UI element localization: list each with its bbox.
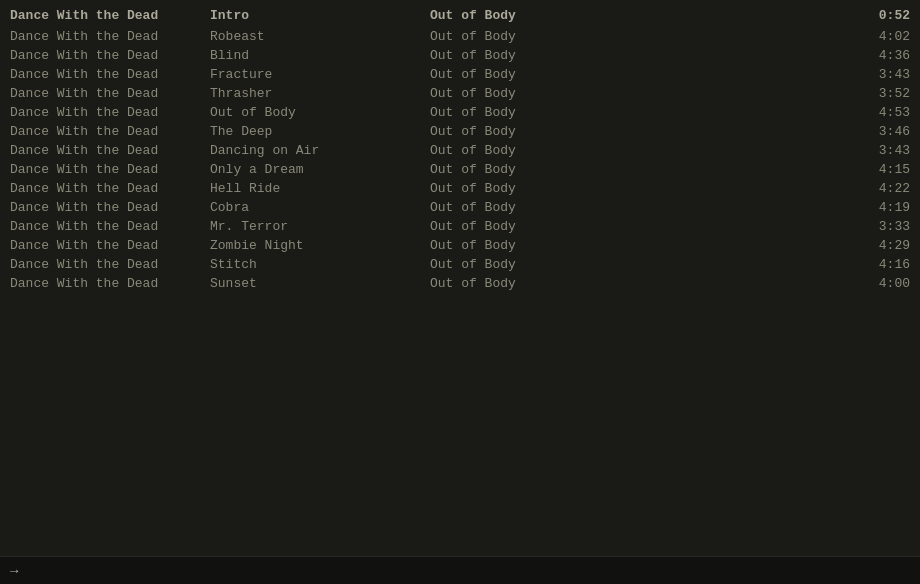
table-header: Dance With the Dead Intro Out of Body 0:… <box>0 6 920 25</box>
track-artist: Dance With the Dead <box>10 86 210 101</box>
track-album: Out of Body <box>430 162 850 177</box>
bottom-bar: → <box>0 556 920 584</box>
track-duration: 4:00 <box>850 276 910 291</box>
table-row[interactable]: Dance With the Dead Sunset Out of Body 4… <box>0 274 920 293</box>
track-duration: 4:36 <box>850 48 910 63</box>
header-duration: 0:52 <box>850 8 910 23</box>
header-album: Out of Body <box>430 8 850 23</box>
track-duration: 4:15 <box>850 162 910 177</box>
track-album: Out of Body <box>430 29 850 44</box>
track-artist: Dance With the Dead <box>10 67 210 82</box>
header-title: Intro <box>210 8 430 23</box>
track-duration: 3:33 <box>850 219 910 234</box>
track-artist: Dance With the Dead <box>10 29 210 44</box>
track-duration: 4:16 <box>850 257 910 272</box>
track-title: Robeast <box>210 29 430 44</box>
track-artist: Dance With the Dead <box>10 48 210 63</box>
table-row[interactable]: Dance With the Dead Only a Dream Out of … <box>0 160 920 179</box>
track-album: Out of Body <box>430 238 850 253</box>
track-title: Mr. Terror <box>210 219 430 234</box>
track-duration: 3:43 <box>850 67 910 82</box>
track-title: Cobra <box>210 200 430 215</box>
track-title: Thrasher <box>210 86 430 101</box>
table-row[interactable]: Dance With the Dead Hell Ride Out of Bod… <box>0 179 920 198</box>
table-row[interactable]: Dance With the Dead The Deep Out of Body… <box>0 122 920 141</box>
track-title: Out of Body <box>210 105 430 120</box>
track-album: Out of Body <box>430 181 850 196</box>
table-row[interactable]: Dance With the Dead Zombie Night Out of … <box>0 236 920 255</box>
table-row[interactable]: Dance With the Dead Stitch Out of Body 4… <box>0 255 920 274</box>
track-title: Hell Ride <box>210 181 430 196</box>
track-artist: Dance With the Dead <box>10 219 210 234</box>
track-duration: 4:02 <box>850 29 910 44</box>
track-artist: Dance With the Dead <box>10 238 210 253</box>
track-album: Out of Body <box>430 257 850 272</box>
track-artist: Dance With the Dead <box>10 105 210 120</box>
track-duration: 4:53 <box>850 105 910 120</box>
track-title: Sunset <box>210 276 430 291</box>
track-title: Stitch <box>210 257 430 272</box>
track-album: Out of Body <box>430 276 850 291</box>
track-duration: 3:52 <box>850 86 910 101</box>
track-artist: Dance With the Dead <box>10 181 210 196</box>
track-album: Out of Body <box>430 48 850 63</box>
track-artist: Dance With the Dead <box>10 162 210 177</box>
track-album: Out of Body <box>430 105 850 120</box>
tracks-list: Dance With the Dead Robeast Out of Body … <box>0 27 920 293</box>
track-duration: 4:19 <box>850 200 910 215</box>
track-duration: 4:29 <box>850 238 910 253</box>
track-title: Blind <box>210 48 430 63</box>
track-album: Out of Body <box>430 86 850 101</box>
track-list: Dance With the Dead Intro Out of Body 0:… <box>0 0 920 299</box>
track-artist: Dance With the Dead <box>10 143 210 158</box>
header-artist: Dance With the Dead <box>10 8 210 23</box>
track-duration: 3:46 <box>850 124 910 139</box>
table-row[interactable]: Dance With the Dead Robeast Out of Body … <box>0 27 920 46</box>
table-row[interactable]: Dance With the Dead Dancing on Air Out o… <box>0 141 920 160</box>
track-artist: Dance With the Dead <box>10 124 210 139</box>
track-artist: Dance With the Dead <box>10 276 210 291</box>
arrow-icon: → <box>10 563 18 579</box>
track-album: Out of Body <box>430 143 850 158</box>
table-row[interactable]: Dance With the Dead Out of Body Out of B… <box>0 103 920 122</box>
track-album: Out of Body <box>430 67 850 82</box>
table-row[interactable]: Dance With the Dead Mr. Terror Out of Bo… <box>0 217 920 236</box>
track-album: Out of Body <box>430 219 850 234</box>
table-row[interactable]: Dance With the Dead Cobra Out of Body 4:… <box>0 198 920 217</box>
track-album: Out of Body <box>430 200 850 215</box>
track-duration: 3:43 <box>850 143 910 158</box>
track-artist: Dance With the Dead <box>10 200 210 215</box>
track-title: Only a Dream <box>210 162 430 177</box>
track-title: Dancing on Air <box>210 143 430 158</box>
table-row[interactable]: Dance With the Dead Thrasher Out of Body… <box>0 84 920 103</box>
track-duration: 4:22 <box>850 181 910 196</box>
track-album: Out of Body <box>430 124 850 139</box>
table-row[interactable]: Dance With the Dead Blind Out of Body 4:… <box>0 46 920 65</box>
track-title: The Deep <box>210 124 430 139</box>
track-title: Zombie Night <box>210 238 430 253</box>
track-title: Fracture <box>210 67 430 82</box>
track-artist: Dance With the Dead <box>10 257 210 272</box>
table-row[interactable]: Dance With the Dead Fracture Out of Body… <box>0 65 920 84</box>
